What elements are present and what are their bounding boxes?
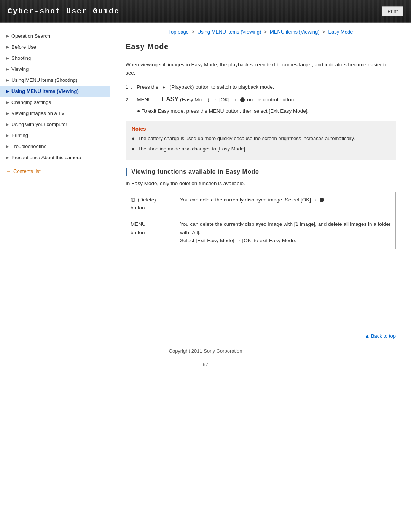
step-2-easy-mode: (Easy Mode) <box>180 97 210 102</box>
sidebar-item-label: Operation Search <box>11 33 50 39</box>
sidebar-item-label: Printing <box>11 133 28 138</box>
circle-bullet-table <box>320 198 324 202</box>
copyright-text: Copyright 2011 Sony Corporation <box>0 344 411 361</box>
table-row-menu: MENUbutton You can delete the currently … <box>126 216 396 249</box>
step-2-ok: [OK] <box>219 97 231 102</box>
step-2-menu: MENU <box>137 97 153 102</box>
sidebar-item-shooting[interactable]: ▶ Shooting <box>0 53 110 64</box>
step-1: 1． Press the (Playback) button to switch… <box>126 83 396 91</box>
notes-box: Notes The battery charge is used up more… <box>126 121 396 160</box>
contents-list-label: Contents list <box>13 168 41 174</box>
arrow-icon: ▶ <box>6 133 9 137</box>
sidebar-item-viewing-images-tv[interactable]: ▶ Viewing images on a TV <box>0 108 110 119</box>
sidebar-item-before-use[interactable]: ▶ Before Use <box>0 42 110 53</box>
arrow-icon: ▶ <box>6 111 9 115</box>
sidebar-item-label: Before Use <box>11 44 36 50</box>
arrow-icon: ▶ <box>6 34 9 38</box>
step-num-2: 2． <box>126 97 134 102</box>
sidebar-item-label: Using MENU items (Shooting) <box>11 77 77 83</box>
circle-bullet-icon <box>240 97 245 102</box>
sidebar-item-troubleshooting[interactable]: ▶ Troubleshooting <box>0 141 110 152</box>
sidebar-item-label: Precautions / About this camera <box>11 155 81 160</box>
sidebar-item-label: Troubleshooting <box>11 144 47 149</box>
app-title: Cyber-shot User Guide <box>8 7 119 16</box>
step-1-text-before: Press the <box>137 84 160 90</box>
arrow-icon: ▶ <box>6 155 9 160</box>
sidebar-item-label: Viewing <box>11 66 29 72</box>
section-intro: In Easy Mode, only the deletion function… <box>126 181 396 186</box>
main-content: Top page > Using MENU items (Viewing) > … <box>110 23 411 328</box>
breadcrumb: Top page > Using MENU items (Viewing) > … <box>126 29 396 35</box>
breadcrumb-easy-mode[interactable]: Easy Mode <box>328 29 353 35</box>
sidebar-item-label: Viewing images on a TV <box>11 110 65 116</box>
table-cell-menu-desc: You can delete the currently displayed i… <box>175 216 396 249</box>
step-2-text-after: on the control button <box>247 97 294 102</box>
intro-text: When viewing still images in Easy Mode, … <box>126 61 396 77</box>
step-2-arrow2: → <box>212 97 217 102</box>
arrow-icon: ▶ <box>6 89 9 93</box>
arrow-icon: ▶ <box>6 67 9 71</box>
contents-list-link[interactable]: → Contents list <box>0 165 110 178</box>
sidebar-item-using-menu-viewing[interactable]: ▶ Using MENU items (Viewing) <box>0 86 110 97</box>
breadcrumb-sep3: > <box>322 29 327 35</box>
sidebar-item-label: Changing settings <box>11 99 51 105</box>
sub-bullet-exit: To exit Easy mode, press the MENU button… <box>126 107 396 115</box>
sidebar-item-changing-settings[interactable]: ▶ Changing settings <box>0 97 110 108</box>
sidebar-item-precautions[interactable]: ▶ Precautions / About this camera <box>0 152 110 163</box>
sidebar-item-using-menu-shooting[interactable]: ▶ Using MENU items (Shooting) <box>0 75 110 86</box>
breadcrumb-sep2: > <box>264 29 268 35</box>
blue-bar-icon <box>126 168 127 176</box>
table-cell-delete-desc: You can delete the currently displayed i… <box>175 192 396 216</box>
arrow-icon: ▶ <box>6 122 9 126</box>
delete-icon: 🗑 <box>131 196 135 204</box>
arrow-icon: ▶ <box>6 56 9 60</box>
step-1-text-after: (Playback) button to switch to playback … <box>170 84 274 90</box>
table-cell-menu-label: MENUbutton <box>126 216 175 249</box>
page-number: 87 <box>0 361 411 373</box>
breadcrumb-sep: > <box>192 29 196 35</box>
sidebar-item-printing[interactable]: ▶ Printing <box>0 130 110 141</box>
table-cell-delete-label: 🗑 (Delete)button <box>126 192 175 216</box>
breadcrumb-using-menu-viewing[interactable]: Using MENU items (Viewing) <box>198 29 261 35</box>
notes-item-2: The shooting mode also changes to [Easy … <box>132 145 390 153</box>
sidebar-item-using-with-computer[interactable]: ▶ Using with your computer <box>0 119 110 130</box>
print-button[interactable]: Print <box>382 6 403 16</box>
notes-title: Notes <box>132 126 390 132</box>
functions-table: 🗑 (Delete)button You can delete the curr… <box>126 192 396 249</box>
step-2: 2． MENU → EASY (Easy Mode) → [OK] → on t… <box>126 94 396 104</box>
sidebar-item-label: Shooting <box>11 55 31 61</box>
sidebar-item-viewing[interactable]: ▶ Viewing <box>0 64 110 75</box>
breadcrumb-menu-items-viewing[interactable]: MENU items (Viewing) <box>270 29 320 35</box>
step-2-arrow3: → <box>232 97 237 102</box>
notes-item-1: The battery charge is used up more quick… <box>132 135 390 143</box>
arrow-icon: ▶ <box>6 144 9 149</box>
sidebar-item-operation-search[interactable]: ▶ Operation Search <box>0 30 110 42</box>
arrow-right-icon: → <box>6 168 11 174</box>
breadcrumb-top-page[interactable]: Top page <box>169 29 189 35</box>
easy-text: EASY <box>162 96 179 102</box>
sidebar-item-label: Using with your computer <box>11 121 67 127</box>
sidebar: ▶ Operation Search ▶ Before Use ▶ Shooti… <box>0 23 110 328</box>
sidebar-item-label: Using MENU items (Viewing) <box>11 88 79 94</box>
footer-bar: Back to top <box>0 328 411 344</box>
page-title: Easy Mode <box>126 42 396 54</box>
steps-container: 1． Press the (Playback) button to switch… <box>126 83 396 115</box>
step-num-1: 1． <box>126 84 134 90</box>
back-to-top-link[interactable]: Back to top <box>365 333 396 339</box>
arrow-icon: ▶ <box>6 100 9 104</box>
playback-icon <box>161 85 167 90</box>
section-heading-text: Viewing functions available in Easy Mode <box>131 168 259 175</box>
step-2-arrow1: → <box>155 97 159 102</box>
arrow-icon: ▶ <box>6 45 9 49</box>
section-heading: Viewing functions available in Easy Mode <box>126 168 396 176</box>
table-row-delete: 🗑 (Delete)button You can delete the curr… <box>126 192 396 216</box>
arrow-icon: ▶ <box>6 78 9 82</box>
